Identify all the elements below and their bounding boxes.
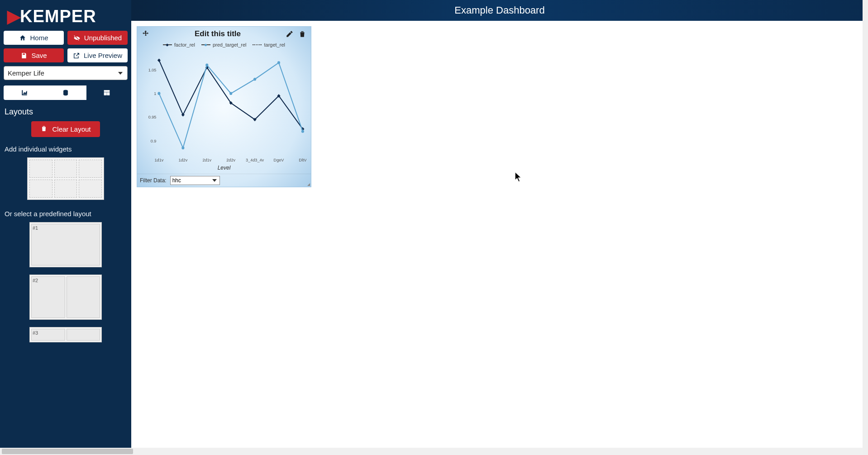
widget-cell[interactable] xyxy=(54,180,77,198)
svg-text:0.95: 0.95 xyxy=(148,114,157,119)
save-button[interactable]: Save xyxy=(4,48,64,62)
svg-text:1d2v: 1d2v xyxy=(178,157,187,162)
svg-rect-15 xyxy=(157,58,161,62)
svg-text:DgeV: DgeV xyxy=(274,157,284,162)
svg-text:DltV: DltV xyxy=(299,157,306,162)
layout-preset-label: #3 xyxy=(33,330,38,336)
save-icon xyxy=(20,52,28,59)
svg-point-28 xyxy=(301,130,304,133)
svg-point-23 xyxy=(181,147,184,150)
svg-text:2d2v: 2d2v xyxy=(226,157,235,162)
move-icon[interactable] xyxy=(142,30,150,38)
filter-select[interactable]: hhc xyxy=(170,176,220,185)
svg-text:1: 1 xyxy=(154,91,156,96)
clear-layout-button[interactable]: Clear Layout xyxy=(31,121,100,137)
live-preview-label: Live Preview xyxy=(84,52,122,59)
unpublished-label: Unpublished xyxy=(84,34,122,42)
clear-layout-label: Clear Layout xyxy=(52,125,91,133)
svg-text:2d1v: 2d1v xyxy=(202,157,211,162)
svg-text:1.05: 1.05 xyxy=(148,67,157,72)
legend-item: factor_rel xyxy=(174,42,195,47)
delete-icon[interactable] xyxy=(298,30,306,38)
tab-data-icon[interactable] xyxy=(45,85,86,100)
edit-icon[interactable] xyxy=(286,30,294,38)
horizontal-scrollbar[interactable] xyxy=(0,448,863,455)
widget-cell[interactable] xyxy=(29,160,52,178)
svg-point-22 xyxy=(157,92,160,95)
legend-item: pred_target_rel xyxy=(213,42,247,47)
tab-chart-icon[interactable] xyxy=(4,85,45,100)
widget-cell[interactable] xyxy=(79,180,102,198)
layouts-heading: Layouts xyxy=(4,105,128,121)
predefined-label: Or select a predefined layout xyxy=(4,208,128,222)
brand-name: KEMPER xyxy=(20,7,96,26)
svg-text:3_4d3_4v: 3_4d3_4v xyxy=(246,157,264,162)
chart-title[interactable]: Edit this title xyxy=(150,29,286,38)
unpublished-button[interactable]: Unpublished xyxy=(67,31,128,45)
layout-preset-label: #2 xyxy=(33,278,38,283)
dashboard-header: Example Dashboard xyxy=(131,0,868,21)
vertical-scrollbar[interactable] xyxy=(863,0,868,455)
resize-handle[interactable] xyxy=(305,181,310,186)
mouse-cursor xyxy=(515,172,523,183)
home-button[interactable]: Home xyxy=(4,31,64,45)
brand-logo: ▶ KEMPER xyxy=(4,4,128,31)
svg-text:1d1v: 1d1v xyxy=(155,157,164,162)
chart-xlabel: Level xyxy=(137,165,311,174)
home-icon xyxy=(19,34,26,42)
open-external-icon xyxy=(73,52,80,59)
dashboard-canvas[interactable]: Edit this title factor_rel pred_target_r… xyxy=(131,21,868,455)
layout-preset-1[interactable]: #1 xyxy=(29,222,102,267)
widget-cell[interactable] xyxy=(79,160,102,178)
svg-point-24 xyxy=(205,63,208,66)
visibility-off-icon xyxy=(73,34,81,42)
logo-accent: ▶ xyxy=(7,6,21,26)
filter-label: Filter Data: xyxy=(140,177,167,184)
layout-preset-3[interactable]: #3 xyxy=(29,327,102,342)
home-label: Home xyxy=(30,34,48,42)
trash-icon xyxy=(40,125,48,133)
svg-point-27 xyxy=(277,61,280,64)
svg-point-26 xyxy=(253,78,256,81)
tab-layout-icon[interactable] xyxy=(86,85,128,100)
dashboard-title: Example Dashboard xyxy=(454,5,544,16)
sidebar-tabs xyxy=(4,85,128,100)
svg-rect-2 xyxy=(104,92,106,95)
chart-plot: 0.90.9511.051d1v1d2v2d1v2d2v3_4d3_4vDgeV… xyxy=(142,50,306,165)
live-preview-button[interactable]: Live Preview xyxy=(67,48,128,62)
layout-preset-label: #1 xyxy=(33,225,38,231)
chart-legend: factor_rel pred_target_rel target_rel xyxy=(137,39,311,49)
add-widgets-label: Add individual widgets xyxy=(4,143,128,157)
chart-widget[interactable]: Edit this title factor_rel pred_target_r… xyxy=(137,26,311,187)
widget-cell[interactable] xyxy=(29,180,52,198)
legend-item: target_rel xyxy=(264,42,285,47)
save-label: Save xyxy=(31,52,47,59)
layout-preset-2[interactable]: #2 xyxy=(29,275,102,320)
sidebar: ▶ KEMPER Home Unpublished xyxy=(0,0,131,455)
widget-cell[interactable] xyxy=(54,160,77,178)
add-widget-grid[interactable] xyxy=(27,157,104,200)
main-area: Example Dashboard Edit this title xyxy=(131,0,868,455)
svg-rect-1 xyxy=(104,90,110,92)
project-select[interactable]: Kemper Life xyxy=(4,66,128,80)
svg-text:0.9: 0.9 xyxy=(151,138,157,143)
svg-rect-3 xyxy=(107,92,110,95)
svg-point-25 xyxy=(229,92,232,95)
